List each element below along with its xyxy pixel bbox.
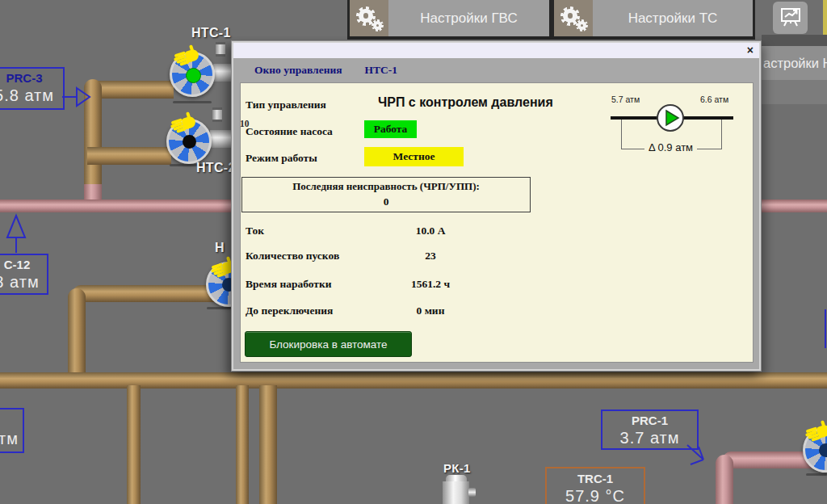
- valve-rk1-label: РК-1: [443, 461, 471, 475]
- tag-c12: С-12 8 атм: [0, 254, 48, 295]
- stat-starts-value: 23: [382, 250, 479, 262]
- pump-nts2-status-dot: [183, 135, 196, 149]
- c12-arrow: [7, 216, 25, 253]
- dialog-header: Окно управления НТС-1: [233, 58, 759, 82]
- stat-runtime-value: 1561.2 ч: [382, 278, 479, 291]
- schematic-outlet-pressure: 6.6 атм: [700, 94, 728, 104]
- pump-bottom-right-status-dot: [819, 443, 827, 457]
- dialog-title: Окно управления: [254, 64, 342, 77]
- trends-button[interactable]: [773, 2, 808, 34]
- close-icon[interactable]: ×: [747, 44, 754, 57]
- scada-screen: НТС-1 НТС-2 Н PRC-3 5.8 атм С-12 8 атм т…: [0, 0, 827, 504]
- tag-trc1-id: TRC-1: [547, 471, 644, 486]
- tag-prc3-id: PRC-3: [0, 70, 63, 86]
- pump-nts2-label: НТС-2: [196, 161, 236, 175]
- tag-left-partial: тм: [0, 408, 24, 453]
- dialog-tag: НТС-1: [365, 64, 398, 77]
- mode-badge: Местное: [364, 147, 464, 166]
- cropped-yellow-button[interactable]: [823, 0, 827, 35]
- chart-icon: [779, 6, 802, 29]
- pump-nts1-label: НТС-1: [191, 26, 231, 40]
- dialog-body: Тип управления ЧРП с контролем давления …: [240, 82, 754, 363]
- cropped-settings-button[interactable]: астройки Н: [762, 46, 827, 80]
- schematic-delta-pressure: Δ 0.9 атм: [621, 141, 720, 153]
- tag-c12-value: 8 атм: [0, 272, 47, 292]
- fault-value: 0: [242, 195, 530, 208]
- topbar-backing-right: [762, 35, 827, 46]
- auto-lock-button[interactable]: Блокировка в автомате: [245, 331, 412, 357]
- tag-prc1-id: PRC-1: [602, 413, 697, 428]
- partial-number: 10: [240, 119, 250, 128]
- stat-current-value: 10.0 А: [382, 225, 479, 237]
- dialog-titlebar[interactable]: ×: [233, 43, 759, 58]
- pump-nts1-status-dot: [186, 68, 201, 83]
- stat-runtime-label: Время наработки: [246, 278, 332, 291]
- control-type-value: ЧРП с контролем давления: [378, 95, 553, 110]
- gvs-settings-button[interactable]: Настройки ГВС: [350, 0, 549, 36]
- gear-icon: [350, 0, 388, 36]
- control-type-label: Тип управления: [246, 99, 326, 111]
- tag-left-partial-value: тм: [0, 429, 19, 448]
- cropped-settings-label: астройки Н: [762, 56, 827, 71]
- stat-switchover-value: 0 мин: [382, 304, 479, 317]
- tag-trc1: TRC-1 57.9 °C: [545, 467, 645, 504]
- gvs-settings-label: Настройки ГВС: [388, 0, 549, 36]
- fault-title: Последняя неисправность (ЧРП/УПП):: [242, 180, 530, 193]
- tag-c12-id: С-12: [0, 257, 47, 272]
- tag-prc3-value: 5.8 атм: [0, 86, 63, 105]
- stat-current-label: Ток: [246, 225, 264, 237]
- tag-prc1-value: 3.7 атм: [602, 428, 697, 447]
- mode-label: Режим работы: [246, 152, 317, 165]
- tag-prc1: PRC-1 3.7 атм: [601, 410, 699, 450]
- tag-trc1-value: 57.9 °C: [547, 486, 644, 504]
- ts-settings-label: Настройки ТС: [593, 0, 753, 36]
- pump-state-label: Состояние насоса: [246, 125, 333, 138]
- control-window-nts1: × Окно управления НТС-1 Тип управления Ч…: [231, 40, 762, 372]
- schematic-inlet-pressure: 5.7 атм: [611, 94, 640, 104]
- topbar-lower-shade: [762, 80, 827, 104]
- tag-prc3: PRC-3 5.8 атм: [0, 67, 65, 110]
- ts-settings-button[interactable]: Настройки ТС: [554, 0, 753, 36]
- stat-starts-label: Количество пусков: [246, 250, 339, 262]
- fault-box: Последняя неисправность (ЧРП/УПП): 0: [241, 177, 531, 212]
- pump-state-badge: Работа: [364, 120, 417, 138]
- stat-switchover-label: До переключения: [246, 304, 333, 317]
- pump-hidden-label: Н: [215, 241, 225, 255]
- prc3-arrow: [62, 88, 90, 106]
- gear-icon: [554, 0, 593, 36]
